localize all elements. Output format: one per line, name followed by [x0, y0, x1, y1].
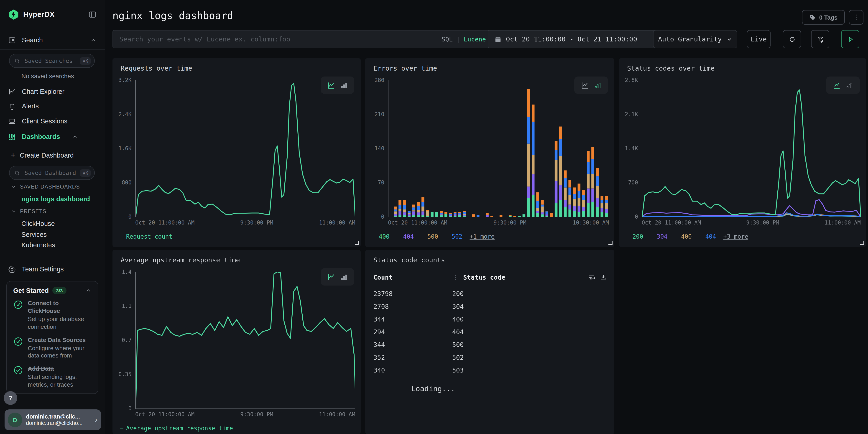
app-title: HyperDX	[23, 10, 55, 19]
calendar-icon	[495, 36, 501, 42]
get-started-item[interactable]: Connect to ClickHouse Set up your databa…	[13, 300, 92, 331]
plot-area[interactable]	[135, 80, 355, 217]
more-options-button[interactable]: ⋮	[849, 10, 863, 25]
chevron-up-icon[interactable]	[72, 133, 78, 140]
sidebar-item-services[interactable]: Services	[0, 231, 105, 238]
saved-searches-search[interactable]: ⌘K	[9, 54, 95, 68]
bar-segment	[394, 210, 397, 212]
legend-item[interactable]: —304	[651, 233, 668, 240]
legend-item[interactable]: —500	[421, 233, 438, 240]
bar-segment	[523, 214, 525, 217]
bar-segment	[394, 214, 397, 216]
lucene-toggle[interactable]: Lucene	[464, 35, 486, 43]
saved-searches-input[interactable]	[24, 57, 77, 65]
bar-segment	[463, 215, 466, 216]
sidebar-item-dashboards[interactable]: Dashboards	[0, 130, 105, 144]
bar-segment	[417, 206, 420, 210]
bar-segment	[578, 198, 581, 206]
legend-item[interactable]: —400	[373, 233, 390, 240]
legend-item[interactable]: —404	[699, 233, 716, 240]
bar-segment	[412, 210, 415, 211]
resize-handle[interactable]	[355, 241, 359, 245]
legend-more-link[interactable]: +3 more	[723, 233, 748, 240]
get-started-item[interactable]: Create Data Sources Configure where your…	[13, 336, 92, 360]
check-circle-icon	[13, 336, 23, 360]
date-range-picker[interactable]: Oct 20 11:00:00 - Oct 21 11:00:00	[488, 30, 662, 48]
table-row[interactable]: 344400	[373, 313, 607, 326]
sidebar-item-kubernetes[interactable]: Kubernetes	[0, 241, 105, 249]
get-started-item[interactable]: Add Data Start sending logs, metrics, or…	[13, 366, 92, 389]
chevron-up-icon[interactable]	[85, 287, 92, 294]
legend-item[interactable]: —Average upstream response time	[120, 425, 233, 432]
filter-button[interactable]	[811, 30, 829, 48]
table-row[interactable]: 340503	[373, 364, 607, 377]
y-tick-label: 1.4	[122, 269, 132, 275]
bar-segment	[463, 211, 466, 212]
live-button[interactable]: Live	[747, 30, 771, 48]
line-series-Request count	[136, 84, 355, 217]
sidebar-item-client-sessions[interactable]: Client Sessions	[0, 114, 105, 128]
column-drag-handle[interactable]: ⋮	[452, 274, 459, 281]
bar-segment	[536, 192, 539, 201]
saved-dashboards-search[interactable]: ⌘K	[9, 166, 95, 180]
plot-area[interactable]	[135, 272, 355, 409]
bar-segment	[408, 213, 410, 214]
sidebar-item-team-settings[interactable]: Team Settings	[0, 262, 105, 276]
sidebar-section-search[interactable]: Search	[0, 33, 105, 48]
event-search-input[interactable]	[118, 35, 441, 43]
refresh-button[interactable]	[783, 30, 801, 48]
chart-card-errors: Errors over time 280210140700 Oct 20 11:…	[365, 58, 614, 247]
x-tick-label: 9:30:00 PM	[493, 219, 526, 226]
cell-count: 352	[373, 354, 452, 361]
table-row[interactable]: 344500	[373, 338, 607, 351]
bar-segment	[582, 200, 585, 207]
granularity-select[interactable]: Auto Granularity	[653, 30, 737, 48]
help-button[interactable]: ?	[4, 391, 17, 405]
chevron-up-icon[interactable]	[90, 37, 97, 43]
bar-segment	[564, 170, 566, 178]
legend-item[interactable]: —400	[675, 233, 692, 240]
run-query-button[interactable]	[841, 30, 859, 48]
legend-more-link[interactable]: +1 more	[470, 233, 495, 240]
bar-segment	[578, 212, 581, 217]
legend-item[interactable]: —502	[445, 233, 462, 240]
download-icon[interactable]	[595, 274, 607, 281]
bar-segment	[555, 160, 557, 181]
chevron-down-icon	[11, 184, 17, 189]
sql-toggle[interactable]: SQL	[441, 35, 453, 43]
bar-segment	[559, 200, 562, 217]
bar-segment	[472, 214, 475, 217]
bar-segment	[541, 200, 544, 205]
create-dashboard-button[interactable]: + Create Dashboard	[0, 149, 105, 162]
cell-count: 294	[373, 328, 452, 336]
legend-item[interactable]: —200	[626, 233, 643, 240]
event-search-bar[interactable]: SQL | Lucene	[113, 30, 492, 48]
collapse-sidebar-icon[interactable]	[88, 10, 97, 19]
sidebar-item-nginx-dashboard[interactable]: nginx logs dashboard	[0, 195, 105, 203]
bar-segment	[596, 186, 599, 198]
column-header-status-code[interactable]: Status code	[463, 274, 505, 281]
plot-area[interactable]	[388, 80, 609, 217]
column-header-count[interactable]: Count	[373, 274, 452, 281]
resize-handle[interactable]	[860, 241, 864, 245]
resize-handle[interactable]	[609, 241, 613, 245]
saved-dashboards-input[interactable]	[24, 169, 77, 177]
table-row[interactable]: 2708304	[373, 300, 607, 313]
sidebar-item-chart-explorer[interactable]: Chart Explorer	[0, 85, 105, 98]
page-title: nginx logs dashboard	[113, 10, 233, 22]
legend-item[interactable]: —Request count	[120, 233, 173, 240]
bar-segment	[431, 212, 433, 217]
table-row[interactable]: 352502	[373, 351, 607, 364]
table-row[interactable]: 23798200	[373, 287, 607, 300]
x-tick-label: Oct 20 11:00:00 AM	[135, 411, 194, 417]
table-row[interactable]: 294404	[373, 326, 607, 338]
saved-dashboards-group[interactable]: SAVED DASHBOARDS	[0, 184, 105, 189]
plot-area[interactable]	[642, 80, 861, 217]
presets-group[interactable]: PRESETS	[0, 209, 105, 214]
legend-item[interactable]: —404	[397, 233, 414, 240]
wrap-lines-icon[interactable]	[583, 274, 595, 281]
sidebar-item-clickhouse[interactable]: ClickHouse	[0, 220, 105, 227]
user-menu[interactable]: D dominic.tran@clic... dominic.tran@clic…	[5, 409, 101, 430]
tags-button[interactable]: 0 Tags	[802, 10, 845, 25]
sidebar-item-alerts[interactable]: Alerts	[0, 99, 105, 113]
